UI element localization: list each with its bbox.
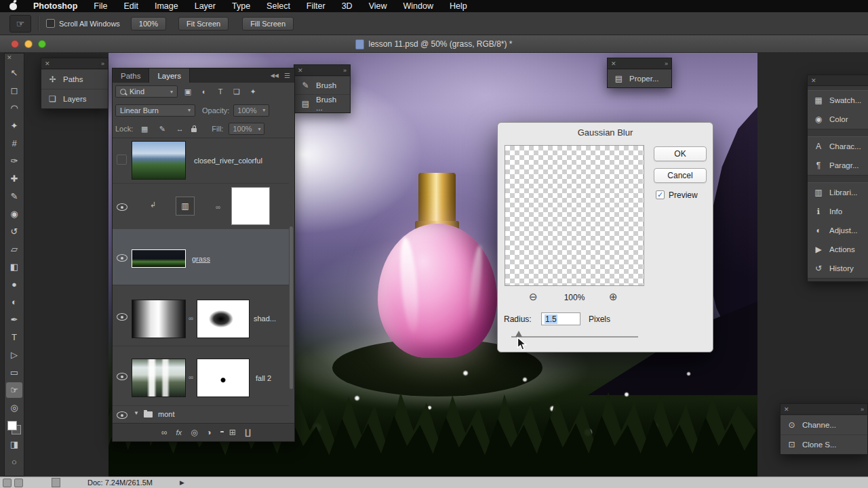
clone-source-panel-button[interactable]: ⊡ Clone S... bbox=[781, 434, 867, 454]
type-tool[interactable]: T bbox=[6, 329, 22, 345]
menu-help[interactable]: Help bbox=[450, 1, 467, 11]
dock-item-libraries[interactable]: ▥ Librari... bbox=[808, 183, 868, 202]
layer-row-mont-group[interactable]: ▼ mont bbox=[113, 405, 289, 424]
layer-name[interactable]: closed_river_colorful bbox=[194, 157, 262, 165]
layer-thumbnail[interactable] bbox=[132, 359, 186, 397]
lock-position-icon[interactable]: ↔ bbox=[174, 125, 186, 133]
gaussian-blur-dialog[interactable]: Gaussian Blur OK Cancel ✓ Preview ⊖ 100%… bbox=[497, 122, 713, 352]
ok-button[interactable]: OK bbox=[654, 146, 707, 161]
link-layers-icon[interactable]: ∞ bbox=[161, 428, 167, 437]
collapse-panel-icon[interactable]: ◀◀ bbox=[271, 73, 279, 79]
tab-layers[interactable]: Layers bbox=[149, 68, 190, 83]
dock-item-info[interactable]: ℹ Info bbox=[808, 202, 868, 221]
lock-pixels-icon[interactable]: ✎ bbox=[156, 125, 168, 134]
filter-shape-layers-icon[interactable]: ❏ bbox=[231, 87, 243, 96]
layer-row-adjustment[interactable]: ↲ ▥ ∞ bbox=[113, 183, 289, 230]
layer-row-grass[interactable]: grass bbox=[113, 229, 289, 285]
screen-mode-button[interactable]: ○ bbox=[6, 454, 22, 470]
menu-image[interactable]: Image bbox=[155, 1, 178, 11]
lock-transparency-icon[interactable]: ▦ bbox=[138, 125, 151, 134]
close-panel-icon[interactable]: ✕ bbox=[784, 406, 789, 413]
history-brush-tool[interactable]: ↺ bbox=[6, 224, 22, 239]
close-panel-icon[interactable]: ✕ bbox=[298, 67, 303, 74]
expand-panel-icon[interactable]: » bbox=[665, 60, 668, 67]
document-title-bar[interactable]: lesson 11.psd @ 50% (grass, RGB/8*) * bbox=[0, 35, 868, 53]
adjustment-layer-icon[interactable]: ▥ bbox=[176, 197, 195, 216]
layer-name[interactable]: fall 2 bbox=[256, 374, 271, 382]
pen-tool[interactable]: ✒ bbox=[6, 312, 22, 327]
menu-file[interactable]: File bbox=[94, 1, 107, 11]
group-disclosure-triangle[interactable]: ▼ bbox=[134, 410, 139, 416]
channels-panel-button[interactable]: ⊙ Channe... bbox=[781, 415, 867, 434]
path-selection-tool[interactable]: ▷ bbox=[6, 347, 22, 363]
delete-layer-icon[interactable]: ∐ bbox=[245, 428, 251, 437]
quick-mask-mode-button[interactable]: ◨ bbox=[6, 436, 22, 452]
lasso-tool[interactable]: ◠ bbox=[6, 100, 22, 116]
zoom-tool[interactable]: ◎ bbox=[6, 400, 22, 415]
dock-item-swatches[interactable]: ▦ Swatch... bbox=[808, 91, 868, 110]
menu-select[interactable]: Select bbox=[267, 1, 290, 11]
dock-item-history[interactable]: ↺ History bbox=[808, 259, 868, 278]
layer-name[interactable]: shad... bbox=[254, 314, 276, 323]
hand-tool-icon[interactable]: ☞ bbox=[9, 15, 31, 33]
tab-paths[interactable]: Paths bbox=[113, 68, 149, 83]
eyedropper-tool[interactable]: ✑ bbox=[6, 153, 22, 169]
radius-slider-thumb[interactable] bbox=[515, 331, 522, 337]
panel-menu-icon[interactable]: ☰ bbox=[284, 72, 290, 79]
properties-panel-button[interactable]: ▤ Proper... bbox=[608, 69, 671, 87]
layer-row-closed-river-colorful[interactable]: closed_river_colorful bbox=[113, 138, 289, 184]
menu-type[interactable]: Type bbox=[232, 1, 250, 11]
menu-view[interactable]: View bbox=[369, 1, 387, 11]
rectangular-marquee-tool[interactable]: ◻ bbox=[6, 83, 22, 98]
layer-thumbnail[interactable] bbox=[132, 249, 186, 268]
status-mini-button[interactable] bbox=[14, 479, 23, 487]
add-layer-mask-icon[interactable]: ◎ bbox=[191, 428, 197, 437]
preview-checkbox[interactable]: ✓ bbox=[656, 190, 665, 199]
apple-menu-icon[interactable] bbox=[9, 3, 17, 10]
lock-all-icon[interactable] bbox=[191, 128, 197, 132]
spot-healing-tool[interactable]: ✚ bbox=[6, 171, 22, 186]
dock-item-color[interactable]: ◉ Color bbox=[808, 110, 868, 129]
visibility-checkbox-empty[interactable] bbox=[117, 155, 127, 165]
zoom-in-icon[interactable]: ⊕ bbox=[609, 291, 618, 303]
new-adjustment-layer-icon[interactable]: ◑ bbox=[207, 428, 212, 437]
layer-name[interactable]: grass bbox=[192, 255, 210, 263]
clone-stamp-tool[interactable]: ◉ bbox=[6, 206, 22, 222]
dock-item-adjustments[interactable]: ◐ Adjust... bbox=[808, 221, 868, 240]
brush-settings-button[interactable]: ▤ Brush ... bbox=[294, 94, 350, 113]
filter-type-layers-icon[interactable]: T bbox=[214, 87, 226, 96]
status-expand-arrow-icon[interactable]: ▶ bbox=[180, 479, 184, 486]
menu-filter[interactable]: Filter bbox=[307, 1, 326, 11]
close-panel-icon[interactable]: ✕ bbox=[811, 77, 816, 84]
color-swatches[interactable] bbox=[7, 421, 21, 434]
blur-tool[interactable]: ● bbox=[6, 277, 22, 292]
visibility-eye-icon[interactable] bbox=[117, 373, 127, 380]
blend-mode-dropdown[interactable]: Linear Burn ▾ bbox=[115, 104, 195, 117]
eraser-tool[interactable]: ▱ bbox=[6, 241, 22, 257]
new-layer-icon[interactable]: ⊞ bbox=[229, 428, 236, 437]
layer-row-fall-2[interactable]: ∞ fall 2 bbox=[113, 346, 289, 406]
blur-preview-area[interactable] bbox=[505, 145, 644, 286]
menu-window[interactable]: Window bbox=[403, 1, 433, 11]
filter-pixel-layers-icon[interactable]: ▣ bbox=[182, 87, 194, 96]
dock-item-character[interactable]: A Charac... bbox=[808, 137, 868, 156]
filter-adjustment-layers-icon[interactable]: ◐ bbox=[198, 87, 210, 96]
hand-tool[interactable]: ☞ bbox=[6, 382, 22, 398]
expand-panel-icon[interactable]: » bbox=[861, 406, 864, 413]
close-panel-icon[interactable]: ✕ bbox=[611, 60, 616, 67]
filter-kind-dropdown[interactable]: Kind ▾ bbox=[115, 85, 178, 98]
cancel-button[interactable]: Cancel bbox=[654, 168, 707, 183]
menu-3d[interactable]: 3D bbox=[342, 1, 353, 11]
layer-row-shad[interactable]: ∞ shad... bbox=[113, 285, 289, 346]
scroll-all-windows-checkbox[interactable] bbox=[46, 19, 55, 28]
menu-edit[interactable]: Edit bbox=[123, 1, 138, 11]
layer-style-icon[interactable]: fx bbox=[176, 428, 182, 436]
layers-panel-button[interactable]: ❏ Layers bbox=[41, 89, 108, 108]
layer-name[interactable]: mont bbox=[158, 410, 174, 418]
layer-mask-thumbnail[interactable] bbox=[197, 300, 250, 338]
expand-panel-icon[interactable]: » bbox=[101, 60, 104, 67]
rectangle-tool[interactable]: ▭ bbox=[6, 365, 22, 380]
brush-panel-button[interactable]: ✎ Brush bbox=[294, 76, 350, 94]
layer-thumbnail[interactable] bbox=[132, 300, 186, 338]
menu-photoshop[interactable]: Photoshop bbox=[33, 1, 77, 11]
